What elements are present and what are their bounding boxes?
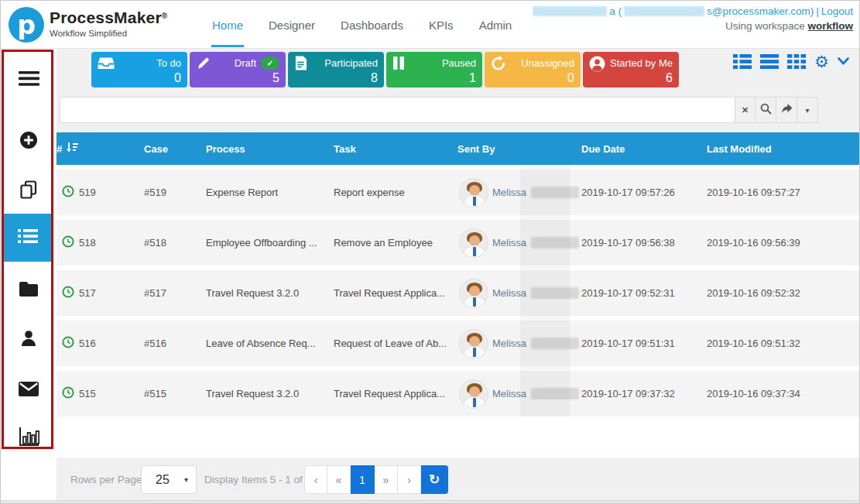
avatar <box>459 228 488 258</box>
row-process: Travel Request 3.2.0 <box>206 287 334 299</box>
row-process: Employee Offboarding ... <box>206 237 334 249</box>
nav-designer[interactable]: Designer <box>268 3 316 47</box>
card-paused-count: 1 <box>392 71 476 85</box>
brand-registered-mark: ® <box>162 12 167 20</box>
column-task[interactable]: Task <box>334 143 457 155</box>
rows-per-page-label: Rows per Page <box>70 474 142 485</box>
table-row[interactable]: 518 #518 Employee Offboarding ... Remove… <box>57 220 860 266</box>
row-task: Request of Leave of Ab... <box>334 338 457 349</box>
table-row[interactable]: 517 #517 Travel Request 3.2.0 Travel Req… <box>57 270 860 316</box>
settings-gear-icon[interactable]: ⚙ <box>814 53 829 70</box>
column-process[interactable]: Process <box>206 143 334 155</box>
document-icon <box>294 56 311 70</box>
grid-view-icon[interactable] <box>787 54 806 69</box>
clock-icon <box>62 336 74 351</box>
table-header: # Case Process Task Sent By Due Date Las… <box>57 132 860 165</box>
card-started-by-me[interactable]: Started by Me 6 <box>583 52 679 87</box>
draft-check-badge: ✓ <box>261 57 279 70</box>
list-detail-view-icon[interactable] <box>733 54 752 69</box>
sidebar-item-documents[interactable] <box>1 275 57 306</box>
user-icon <box>19 329 38 351</box>
row-case: #519 <box>144 187 206 198</box>
envelope-icon <box>19 382 39 399</box>
sidebar-item-drafts[interactable] <box>1 176 57 207</box>
current-page-button[interactable]: 1 <box>351 465 375 494</box>
pencil-icon <box>196 56 213 70</box>
sidebar-item-inbox-active[interactable] <box>3 214 53 262</box>
column-number: # <box>57 143 62 155</box>
first-page-button[interactable]: « <box>327 465 351 494</box>
prev-page-button[interactable]: ‹ <box>304 465 327 494</box>
user-block: a ( s@processmaker.com) | Logout Using w… <box>533 5 853 32</box>
nav-admin[interactable]: Admin <box>478 3 513 47</box>
card-unassigned[interactable]: Unassigned 0 <box>485 52 581 87</box>
row-sent-by: Melissa <box>492 388 526 399</box>
row-due-date: 2019-10-17 09:57:26 <box>581 187 707 198</box>
nav-home[interactable]: Home <box>211 3 244 47</box>
row-task: Report expense <box>334 187 457 198</box>
share-button[interactable] <box>776 97 797 123</box>
row-sent-by: Melissa <box>492 187 526 198</box>
sidebar-item-users[interactable] <box>1 324 57 355</box>
refresh-button[interactable]: ↻ <box>421 465 448 494</box>
brand-name: ProcessMaker <box>50 9 162 26</box>
search-button[interactable] <box>755 97 776 123</box>
workspace-link[interactable]: workflow <box>807 20 853 32</box>
bottom-strip <box>1 500 860 504</box>
bar-chart-icon <box>19 427 39 450</box>
row-last-modified: 2019-10-16 09:37:34 <box>707 388 860 399</box>
avatar <box>459 379 488 409</box>
row-process: Expense Report <box>206 187 334 198</box>
sort-amount-icon[interactable] <box>66 142 78 156</box>
card-todo[interactable]: To do 0 <box>91 52 187 87</box>
redacted-user-email <box>624 6 704 16</box>
avatar <box>459 329 488 358</box>
rows-per-page-select[interactable]: 25 ▾ <box>141 465 197 494</box>
clear-search-button[interactable]: ✕ <box>735 97 755 123</box>
card-started-label: Started by Me <box>610 57 673 69</box>
table-row[interactable]: 516 #516 Leave of Absence Req... Request… <box>57 321 860 366</box>
sidebar-menu-toggle[interactable] <box>1 64 57 95</box>
card-started-count: 6 <box>589 71 673 85</box>
last-page-button[interactable]: » <box>375 465 398 494</box>
sidebar-item-new-case[interactable] <box>1 126 57 157</box>
card-paused[interactable]: Paused 1 <box>386 52 482 87</box>
list-icon <box>18 228 38 247</box>
table-row[interactable]: 515 #515 Travel Request 3.2.0 Travel Req… <box>57 371 860 417</box>
row-due-date: 2019-10-17 09:52:31 <box>581 287 707 299</box>
row-id: 517 <box>79 287 96 299</box>
column-last-modified[interactable]: Last Modified <box>707 143 860 155</box>
workspace-prefix: Using workspace <box>725 20 805 32</box>
column-sent-by[interactable]: Sent By <box>457 143 581 155</box>
nav-kpis[interactable]: KPIs <box>428 3 454 47</box>
table-row[interactable]: 519 #519 Expense Report Report expense M… <box>57 170 860 215</box>
nav-dashboards[interactable]: Dashboards <box>340 3 404 47</box>
pagination: ‹ « 1 » › ↻ <box>304 465 448 494</box>
card-draft[interactable]: Draft ✓ 5 <box>190 52 286 87</box>
row-process: Travel Request 3.2.0 <box>206 388 334 399</box>
user-email-visible: s@processmaker.com) <box>707 5 814 17</box>
plus-circle-icon <box>19 131 38 153</box>
chevron-down-icon[interactable] <box>838 57 849 65</box>
card-unassigned-count: 0 <box>491 71 574 85</box>
column-due-date[interactable]: Due Date <box>581 143 707 155</box>
undo-arrow-icon <box>491 56 508 70</box>
sidebar-item-messages[interactable] <box>1 375 57 406</box>
rows-view-icon[interactable] <box>760 54 779 69</box>
search-icon <box>760 103 772 118</box>
column-case[interactable]: Case <box>144 143 206 155</box>
row-due-date: 2019-10-17 09:51:31 <box>581 338 707 349</box>
search-options-button[interactable]: ▾ <box>797 97 818 123</box>
logout-link[interactable]: Logout <box>821 5 853 17</box>
logo-letter: p <box>17 10 36 40</box>
clock-icon <box>62 235 74 250</box>
share-arrow-icon <box>781 103 793 117</box>
card-participated[interactable]: Participated 8 <box>288 52 384 87</box>
redacted-last-name <box>531 187 579 198</box>
search-input[interactable] <box>60 97 735 123</box>
sidebar-item-reports[interactable] <box>1 423 57 454</box>
row-task: Remove an Employee <box>334 237 457 249</box>
row-id: 519 <box>79 187 96 198</box>
card-todo-count: 0 <box>98 71 181 85</box>
next-page-button[interactable]: › <box>398 465 421 494</box>
